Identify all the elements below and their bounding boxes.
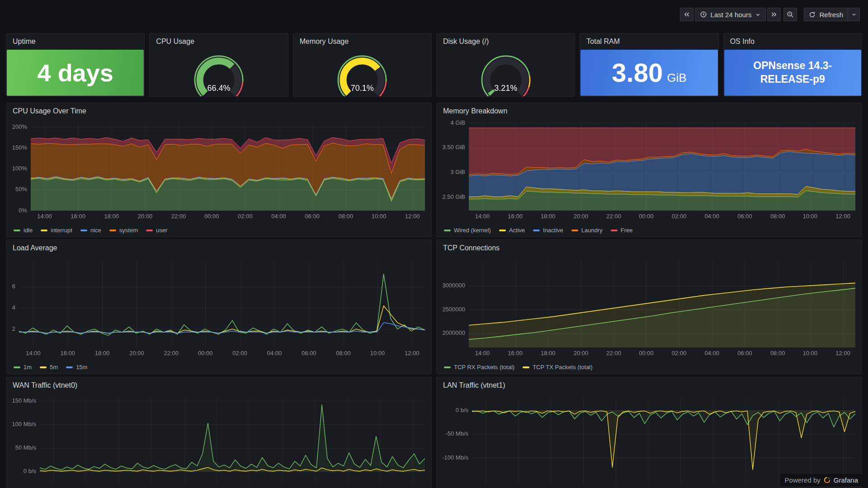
memory-breakdown-chart[interactable] [439,118,858,222]
legend-item[interactable]: Inactive [533,227,563,234]
ram-value-box: 3.80 GiB [580,50,717,96]
legend-item[interactable]: TCP RX Packets (total) [444,364,514,371]
legend-item-label: Wired (kernel) [454,227,491,234]
chevron-down-icon [851,12,857,17]
legend-item-label: system [119,227,138,234]
time-shift-forward-button[interactable] [767,8,781,21]
legend-item[interactable]: Active [499,227,525,234]
legend-series-mark [611,230,618,231]
legend-item[interactable]: interrupt [41,227,72,234]
powered-by-label: Powered by [785,476,821,484]
panel-cpu-usage: CPU Usage 66.4% [149,33,288,97]
memory-chart-legend: Wired (kernel)ActiveInactiveLaundryFree [444,227,633,234]
panel-title: OS Info [724,33,862,50]
legend-item[interactable]: 1m [14,364,32,371]
legend-series-mark [533,230,540,231]
os-info-value: OPNsense 14.3-RELEASE-p9 [724,59,861,86]
chevron-down-icon [755,12,761,18]
time-shift-back-button[interactable] [680,8,693,21]
legend-item[interactable]: 15m [66,364,87,371]
panel-disk-usage: Disk Usage (/) 3.21% [436,33,575,97]
grafana-footer-link[interactable]: Powered by Grafana [780,474,863,486]
legend-series-mark [444,366,451,368]
legend-item-label: user [156,227,167,234]
panel-os-info: OS Info OPNsense 14.3-RELEASE-p9 [723,33,862,97]
panel-uptime: Uptime 4 days [6,33,145,97]
legend-item[interactable]: Laundry [571,227,603,234]
legend-item-label: 5m [50,364,58,371]
legend-item[interactable]: nice [80,227,101,234]
charts-row-1: CPU Usage Over Time idleinterruptnicesys… [6,103,862,237]
panel-cpu-usage-over-time: CPU Usage Over Time idleinterruptnicesys… [6,103,432,237]
wan-traffic-chart[interactable] [9,393,428,488]
panel-title: LAN Traffic (vtnet1) [437,377,862,394]
legend-series-mark [14,230,20,231]
legend-item[interactable]: Wired (kernel) [444,227,491,234]
legend-series-mark [80,230,87,231]
legend-item-label: Inactive [543,227,563,234]
legend-item-label: 1m [24,364,32,371]
legend-item[interactable]: system [109,227,138,234]
tcp-chart-legend: TCP RX Packets (total)TCP TX Packets (to… [444,364,593,371]
panel-title: Uptime [6,33,144,50]
legend-item-label: 15m [76,364,87,371]
clock-icon [700,11,707,18]
legend-series-mark [40,366,47,368]
legend-item-label: TCP RX Packets (total) [454,364,514,371]
panel-title: CPU Usage Over Time [6,103,431,119]
time-range-label: Last 24 hours [711,11,752,19]
uptime-value-box: 4 days [7,50,144,96]
legend-series-mark [109,230,116,231]
charts-row-3: WAN Traffic (vtnet0) LAN Traffic (vtnet1… [6,377,862,488]
legend-item-label: TCP TX Packets (total) [533,364,592,371]
refresh-label: Refresh [819,11,843,19]
charts-row-2: Load Average 1m5m15m TCP Connections TCP… [6,239,862,374]
disk-gauge-value: 3.21% [437,84,575,93]
double-chevron-right-icon [770,11,778,18]
load-chart-legend: 1m5m15m [14,364,87,371]
legend-item-label: idle [24,227,33,234]
legend-item-label: Laundry [581,227,603,234]
panel-wan-traffic: WAN Traffic (vtnet0) [6,377,432,488]
legend-item[interactable]: user [146,227,167,234]
legend-series-mark [571,230,578,231]
legend-item-label: Free [621,227,633,234]
grafana-logo-icon [823,476,831,484]
panel-title: Memory Breakdown [437,103,862,119]
legend-series-mark [146,230,153,231]
legend-item[interactable]: idle [14,227,33,234]
panel-memory-breakdown: Memory Breakdown Wired (kernel)ActiveIna… [436,103,862,237]
uptime-value: 4 days [38,61,113,85]
panel-total-ram: Total RAM 3.80 GiB [580,33,718,97]
time-range-picker[interactable]: Last 24 hours [695,8,766,21]
grafana-brand-label: Grafana [834,476,858,484]
stats-row: Uptime 4 days CPU Usage 66.4% Memory Usa… [6,33,862,97]
legend-series-mark [14,366,20,368]
cpu-usage-over-time-chart[interactable] [9,118,428,222]
load-average-chart[interactable] [9,255,428,359]
panel-title: TCP Connections [437,240,862,256]
zoom-out-button[interactable] [783,8,797,21]
refresh-button-group: Refresh [804,8,860,21]
panel-load-average: Load Average 1m5m15m [6,239,432,374]
refresh-interval-dropdown[interactable] [848,8,860,21]
legend-series-mark [523,366,529,368]
refresh-icon [809,11,816,18]
legend-item[interactable]: Free [611,227,633,234]
ram-unit: GiB [667,71,686,85]
legend-item[interactable]: TCP TX Packets (total) [523,364,592,371]
panel-title: Total RAM [580,33,718,50]
legend-series-mark [444,230,451,231]
panel-memory-usage: Memory Usage 70.1% [293,33,432,97]
legend-item-label: nice [90,227,101,234]
toolbar: Last 24 hours Refresh [0,0,868,29]
panel-title: WAN Traffic (vtnet0) [6,377,431,394]
refresh-button[interactable]: Refresh [804,8,848,21]
panel-title: Disk Usage (/) [437,33,575,50]
legend-item[interactable]: 5m [40,364,58,371]
tcp-connections-chart[interactable] [439,255,858,359]
cpu-chart-legend: idleinterruptnicesystemuser [14,227,167,234]
os-value-box: OPNsense 14.3-RELEASE-p9 [724,50,861,96]
double-chevron-left-icon [683,11,690,18]
panel-tcp-connections: TCP Connections TCP RX Packets (total)TC… [436,239,862,374]
